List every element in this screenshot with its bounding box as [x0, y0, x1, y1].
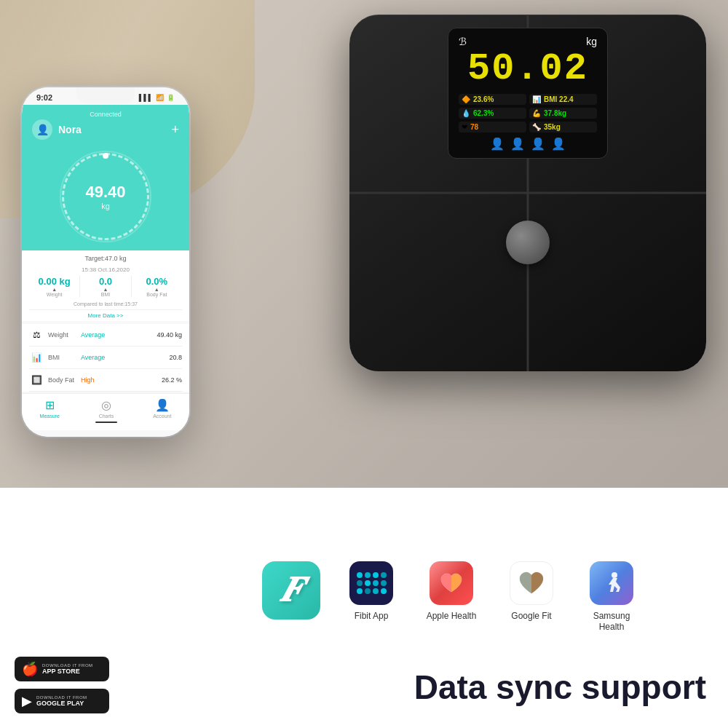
bone-icon: 🦴: [532, 123, 541, 131]
stats-date: 15:38 Oct.16,2020: [29, 266, 182, 273]
bottom-section: 🍎 Download it from APP STORE ▶ Download …: [0, 488, 728, 728]
phone-connected-label: Connected: [32, 111, 179, 118]
scale-metric-fat: 🔶 23.6%: [459, 94, 526, 105]
more-data-button[interactable]: More Data >>: [29, 309, 182, 321]
stat-bodyfat-label: Body Fat: [132, 292, 182, 297]
google-play-text: Download it from GOOGLE PLAY: [36, 695, 87, 707]
weight-metric-status: Average: [81, 331, 110, 339]
person-icon-4: 👤: [551, 137, 566, 151]
bodyfat-metric-reading: 26.2 %: [162, 376, 182, 384]
fibit-dot: [357, 572, 363, 578]
phone-status-icons: ▌▌▌ 📶 🔋: [139, 94, 175, 101]
fibit-dot: [365, 572, 371, 578]
health-metric-row-bmi: 📊 BMI Average 20.8: [29, 347, 182, 369]
stat-bodyfat-value: 0.0%: [132, 276, 182, 287]
apple-health-heart-svg: [438, 570, 464, 596]
svg-point-0: [612, 572, 617, 578]
main-app-icon-item: 𝑭: [262, 561, 320, 620]
bmi-metric-name: BMI: [48, 354, 81, 361]
fibit-dot: [381, 588, 387, 594]
heart-rate-icon: ❤: [462, 123, 467, 131]
fibit-dot: [365, 580, 371, 586]
stat-bmi-label: BMI: [80, 292, 130, 297]
app-store-main-text: APP STORE: [42, 668, 93, 675]
fibit-dot: [373, 572, 379, 578]
fibit-app-icon-item: Fibit App: [342, 561, 400, 622]
apple-health-icon-item: Apple Health: [422, 561, 480, 622]
f-letter: 𝑭: [280, 569, 303, 611]
scale-metric-muscle: 💪 37.8kg: [529, 108, 597, 119]
muscle-icon: 💪: [532, 109, 541, 117]
data-sync-tagline: Data sync support: [414, 669, 706, 706]
bmi-metric-status: Average: [81, 354, 110, 361]
nav-charts[interactable]: ◎ Charts: [95, 398, 117, 423]
stat-bodyfat-change: ▲: [132, 287, 182, 292]
scale-display: ℬ kg 50.02 🔶 23.6% 📊 BMI 22.4 💧 62.3%: [448, 28, 608, 159]
scale-display-top: ℬ kg: [459, 36, 597, 47]
heart-value: 78: [470, 123, 478, 131]
samsung-health-label: Samsung Health: [582, 611, 641, 633]
scale-center-button: [506, 221, 550, 264]
samsung-health-figure-svg: [598, 570, 625, 596]
phone-notch: [76, 87, 135, 103]
weight-circle: 49.40 kg: [62, 153, 149, 240]
compared-text: Compared to last time:15:37: [29, 298, 182, 309]
scale-bluetooth-icon: ℬ: [459, 36, 467, 47]
fibit-dot: [373, 580, 379, 586]
google-fit-heart-svg: [517, 569, 546, 598]
app-icons-section: 𝑭 Fibi: [262, 561, 641, 633]
apple-health-icon: [430, 561, 473, 605]
phone-body: 9:02 ▌▌▌ 📶 🔋 Connected 👤 Nora +: [22, 87, 189, 437]
google-fit-icon: [510, 561, 553, 605]
samsung-health-icon-item: Samsung Health: [582, 561, 641, 633]
fat-icon: 🔶: [462, 95, 470, 103]
phone-user-row: 👤 Nora +: [32, 119, 179, 146]
apple-health-label: Apple Health: [427, 611, 477, 622]
scale-metric-bone: 🦴 35kg: [529, 122, 597, 132]
bodyfat-metric-icon: 🔲: [29, 375, 44, 385]
phone-mockup: 9:02 ▌▌▌ 📶 🔋 Connected 👤 Nora +: [22, 87, 189, 437]
health-metric-row-bodyfat: 🔲 Body Fat High 26.2 %: [29, 369, 182, 392]
app-store-badge[interactable]: 🍎 Download it from APP STORE: [15, 657, 109, 681]
nav-measure[interactable]: ⊞ Measure: [40, 398, 60, 423]
phone-screen: 9:02 ▌▌▌ 📶 🔋 Connected 👤 Nora +: [22, 87, 189, 437]
charts-nav-label: Charts: [99, 414, 114, 419]
weight-metric-icon: ⚖: [29, 330, 44, 340]
nav-account[interactable]: 👤 Account: [153, 398, 171, 423]
stat-weight-label: Weight: [29, 292, 79, 297]
fibit-dot: [365, 588, 371, 594]
weight-unit: kg: [101, 202, 110, 210]
google-play-badge[interactable]: ▶ Download it from GOOGLE PLAY: [15, 689, 109, 713]
phone-header: Connected 👤 Nora +: [22, 105, 189, 146]
target-text: Target:47.0 kg: [29, 255, 182, 262]
signal-icon: ▌▌▌: [139, 94, 153, 101]
stat-bmi-change: ▲: [80, 287, 130, 292]
google-fit-label: Google Fit: [511, 611, 551, 622]
account-nav-icon: 👤: [155, 398, 170, 412]
fibit-dot: [381, 580, 387, 586]
fibit-dots-grid: [349, 565, 394, 601]
fibit-dot: [373, 588, 379, 594]
apple-store-icon: 🍎: [22, 661, 38, 677]
scale-body: ℬ kg 50.02 🔶 23.6% 📊 BMI 22.4 💧 62.3%: [349, 15, 706, 371]
fibit-app-icon: [349, 561, 393, 605]
phone-avatar: 👤: [32, 119, 52, 140]
bodyfat-metric-name: Body Fat: [48, 376, 81, 384]
phone-username: Nora: [58, 124, 171, 135]
person-icon-1: 👤: [490, 137, 505, 151]
charts-nav-icon: ◎: [101, 398, 111, 412]
weight-metric-name: Weight: [48, 331, 81, 339]
fibit-dot: [357, 588, 363, 594]
nav-active-indicator: [95, 422, 117, 423]
phone-time: 9:02: [36, 93, 52, 102]
bmi-icon: 📊: [532, 95, 541, 103]
app-store-text: Download it from APP STORE: [42, 663, 93, 675]
phone-stats-section: Target:47.0 kg 15:38 Oct.16,2020 0.00 kg…: [22, 250, 189, 321]
stat-bmi: 0.0 ▲ BMI: [80, 276, 131, 297]
measure-nav-icon: ⊞: [45, 398, 55, 412]
weight-value: 49.40: [85, 183, 125, 202]
weight-circle-container: 49.40 kg: [22, 146, 189, 250]
person-icon-3: 👤: [531, 137, 545, 151]
phone-add-button[interactable]: +: [171, 122, 179, 138]
water-icon: 💧: [462, 109, 470, 117]
